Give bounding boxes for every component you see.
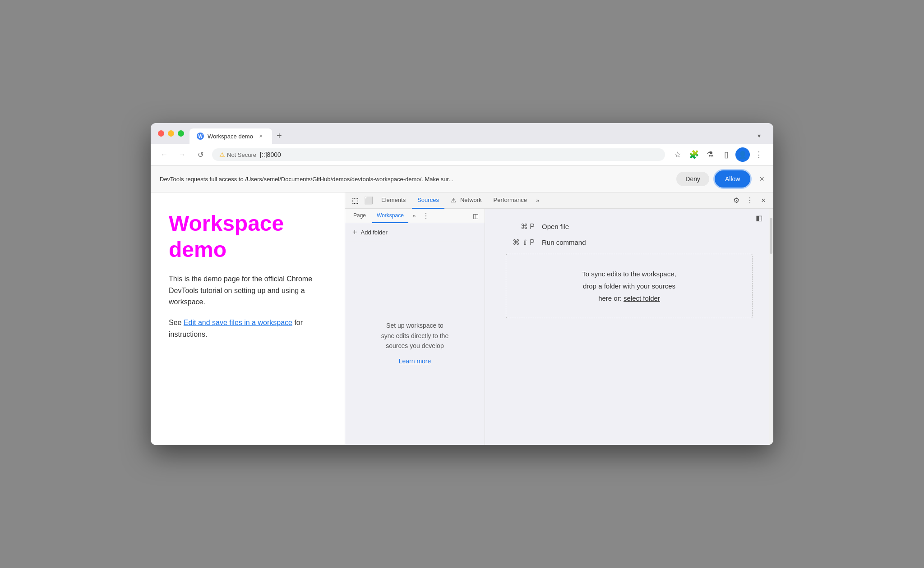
drop-zone: To sync edits to the workspace, drop a f… <box>506 254 753 318</box>
permission-bar: DevTools requests full access to /Users/… <box>151 166 773 192</box>
subtab-page[interactable]: Page <box>349 209 370 223</box>
see-text: See <box>169 319 184 326</box>
devtools-right-content: ⌘ P Open file ⌘ ⇧ P Run command To sync … <box>485 209 773 339</box>
subtab-workspace[interactable]: Workspace <box>372 209 408 223</box>
forward-button[interactable]: → <box>176 148 189 161</box>
new-tab-button[interactable]: + <box>272 128 286 143</box>
browser-window: W Workspace demo × + ▾ ← → ↺ ⚠ Not Secur… <box>151 123 773 445</box>
shortcut-open-file-keys: ⌘ P <box>499 222 535 231</box>
page-body-1: This is the demo page for the official C… <box>169 273 327 308</box>
traffic-lights <box>158 130 184 142</box>
tab-network[interactable]: ⚠ Network <box>445 192 487 209</box>
address-bar: ← → ↺ ⚠ Not Secure [::]8000 ☆ 🧩 ⚗ ▯ 👤 ⋮ <box>151 144 773 166</box>
tab-title: Workspace demo <box>208 133 253 140</box>
page-body-2: See Edit and save files in a workspace f… <box>169 317 327 340</box>
page-content: Workspace demo This is the demo page for… <box>151 192 345 445</box>
devtools-subtabs-bar: Page Workspace » ⋮ ◫ <box>345 209 485 223</box>
warning-icon: ⚠ <box>219 151 225 158</box>
add-folder-button[interactable]: + Add folder <box>345 223 485 242</box>
url-warning: ⚠ Not Secure <box>219 151 256 158</box>
shortcut-open-file: ⌘ P Open file <box>499 222 760 231</box>
devtools-close-button[interactable]: × <box>757 194 770 207</box>
maximize-traffic-light[interactable] <box>178 130 184 137</box>
subtab-more-button[interactable]: » <box>410 209 419 223</box>
add-folder-label: Add folder <box>361 229 388 236</box>
drop-zone-line2: drop a folder with your sources <box>515 280 743 292</box>
url-bar[interactable]: ⚠ Not Secure [::]8000 <box>212 148 665 161</box>
tab-sources[interactable]: Sources <box>412 192 444 209</box>
panel-toggle-icon[interactable]: ◫ <box>470 211 481 221</box>
close-traffic-light[interactable] <box>158 130 164 137</box>
tab-favicon: W <box>197 133 204 140</box>
device-mode-icon[interactable]: ⬜ <box>362 194 375 207</box>
devtools-body: Page Workspace » ⋮ ◫ + Add folder <box>345 209 773 445</box>
page-title: Workspace demo <box>169 211 327 262</box>
add-icon: + <box>352 228 357 237</box>
labs-icon[interactable]: ⚗ <box>703 147 717 162</box>
scrollbar[interactable] <box>769 209 773 445</box>
permission-message: DevTools requests full access to /Users/… <box>160 176 671 183</box>
workspace-info-panel: Set up workspace to sync edits directly … <box>345 242 485 445</box>
reload-button[interactable]: ↺ <box>194 148 207 161</box>
tab-close-button[interactable]: × <box>257 132 265 140</box>
back-button[interactable]: ← <box>158 148 171 161</box>
network-warning-icon: ⚠ <box>451 197 457 204</box>
menu-icon[interactable]: ⋮ <box>752 147 766 162</box>
devtools-left-panel: Page Workspace » ⋮ ◫ + Add folder <box>345 209 485 445</box>
sidebar-icon[interactable]: ▯ <box>719 147 734 162</box>
subtab-kebab-button[interactable]: ⋮ <box>420 211 431 221</box>
more-tabs-button[interactable]: » <box>533 192 542 209</box>
shortcut-open-file-action: Open file <box>542 223 569 230</box>
browser-tab[interactable]: W Workspace demo × <box>189 128 272 144</box>
learn-more-link[interactable]: Learn more <box>399 356 431 366</box>
workspace-info-text: Set up workspace to sync edits directly … <box>381 321 448 351</box>
devtools-kebab-menu[interactable]: ⋮ <box>744 194 756 207</box>
tab-performance[interactable]: Performance <box>488 192 532 209</box>
main-content: Workspace demo This is the demo page for… <box>151 192 773 445</box>
toolbar-icons: ☆ 🧩 ⚗ ▯ 👤 ⋮ <box>670 147 766 162</box>
drop-zone-line3: here or: select folder <box>515 292 743 304</box>
devtools-tabs-bar: ⬚ ⬜ Elements Sources ⚠ Network Performan… <box>345 192 773 209</box>
shortcut-run-command-keys: ⌘ ⇧ P <box>499 238 535 247</box>
tab-elements[interactable]: Elements <box>376 192 411 209</box>
scrollbar-thumb[interactable] <box>770 218 772 254</box>
minimize-traffic-light[interactable] <box>168 130 174 137</box>
inspect-element-icon[interactable]: ⬚ <box>349 194 361 207</box>
devtools-settings-icon[interactable]: ⚙ <box>730 194 743 207</box>
devtools-right-panel: ⌘ P Open file ⌘ ⇧ P Run command To sync … <box>485 209 773 445</box>
workspace-link[interactable]: Edit and save files in a workspace <box>184 319 292 326</box>
devtools-panel: ⬚ ⬜ Elements Sources ⚠ Network Performan… <box>345 192 773 445</box>
url-text: [::]8000 <box>260 151 281 158</box>
select-folder-link[interactable]: select folder <box>624 294 660 302</box>
deny-button[interactable]: Deny <box>676 172 709 186</box>
drop-zone-line1: To sync edits to the workspace, <box>515 268 743 280</box>
bookmark-icon[interactable]: ☆ <box>670 147 685 162</box>
permission-close-button[interactable]: × <box>759 174 764 184</box>
shortcut-run-command: ⌘ ⇧ P Run command <box>499 238 760 247</box>
profile-icon[interactable]: 👤 <box>735 147 750 162</box>
allow-button[interactable]: Allow <box>715 170 750 188</box>
not-secure-label: Not Secure <box>227 151 256 158</box>
extension-icon[interactable]: 🧩 <box>687 147 701 162</box>
tabs-menu-chevron[interactable]: ▾ <box>752 128 766 143</box>
title-bar: W Workspace demo × + ▾ <box>151 123 773 144</box>
right-panel-toggle[interactable]: ◧ <box>753 212 764 223</box>
tabs-bar: W Workspace demo × + ▾ <box>189 128 766 144</box>
shortcut-run-command-action: Run command <box>542 238 586 246</box>
